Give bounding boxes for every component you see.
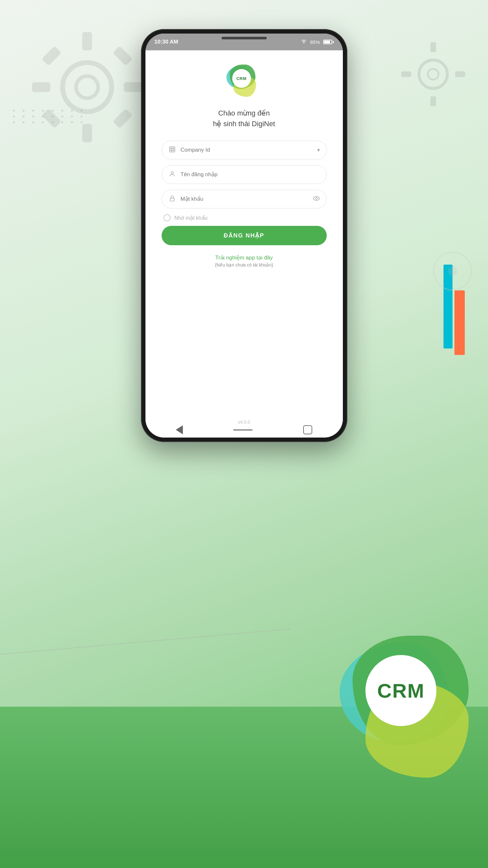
battery-icon	[323, 40, 334, 44]
remember-me-row[interactable]: Nhớ mật khẩu	[162, 214, 327, 221]
svg-rect-12	[430, 42, 436, 52]
svg-rect-5	[124, 82, 142, 92]
chevron-down-icon: ▾	[317, 147, 320, 154]
building-icon	[168, 146, 176, 155]
eye-icon[interactable]	[313, 195, 320, 204]
svg-point-23	[316, 197, 317, 199]
password-field[interactable]	[162, 190, 327, 209]
trial-sub-text: (Nếu bạn chưa có tài khoản)	[215, 262, 273, 268]
crm-logo-text: CRM	[236, 76, 247, 81]
large-crm-text: CRM	[377, 679, 424, 702]
bg-orange-bar	[454, 290, 465, 355]
lock-icon	[168, 195, 176, 204]
svg-rect-7	[112, 46, 133, 66]
remember-checkbox[interactable]	[164, 214, 171, 221]
svg-rect-15	[455, 71, 465, 77]
bg-gear-icon	[26, 26, 149, 149]
svg-rect-9	[112, 108, 133, 128]
phone-notch	[222, 37, 267, 39]
status-icons: 85%	[301, 39, 333, 45]
status-time: 10:30 AM	[155, 39, 178, 45]
bg-target-icon	[433, 252, 472, 290]
company-id-field[interactable]: ▾	[162, 141, 327, 159]
svg-rect-6	[42, 46, 62, 66]
svg-rect-4	[32, 82, 50, 92]
battery-percent: 85%	[310, 39, 320, 45]
svg-point-21	[171, 171, 173, 174]
back-button-icon[interactable]	[176, 425, 183, 434]
welcome-line2: hệ sinh thái DigiNet	[213, 118, 275, 129]
company-id-input[interactable]	[181, 147, 313, 153]
svg-point-11	[428, 69, 438, 80]
trial-section: Trải nghiệm app tại đây (Nếu bạn chưa có…	[215, 254, 273, 268]
remember-label: Nhớ mật khẩu	[174, 215, 208, 221]
recents-button-icon[interactable]	[303, 425, 312, 434]
welcome-line1: Chào mừng đến	[213, 108, 275, 118]
home-button-icon[interactable]	[233, 430, 253, 430]
username-field[interactable]	[162, 165, 327, 184]
user-icon	[168, 170, 176, 179]
crm-logo: CRM	[226, 63, 262, 99]
username-input[interactable]	[181, 171, 320, 178]
welcome-section: Chào mừng đến hệ sinh thái DigiNet	[213, 108, 275, 129]
phone-nav-bar	[151, 422, 338, 438]
login-button[interactable]: ĐĂNG NHẬP	[162, 226, 327, 245]
svg-rect-22	[170, 198, 174, 201]
bg-dots	[13, 110, 87, 123]
large-crm-logo: CRM	[339, 629, 488, 784]
svg-point-1	[76, 76, 98, 98]
svg-rect-16	[169, 147, 175, 152]
login-form: ▾	[162, 141, 327, 209]
svg-rect-13	[430, 96, 436, 106]
phone-screen: 10:30 AM 85%	[145, 34, 343, 438]
wifi-icon	[301, 39, 307, 45]
svg-rect-14	[401, 71, 411, 77]
phone-device: 10:30 AM 85%	[141, 29, 347, 442]
svg-rect-2	[82, 32, 92, 50]
svg-rect-3	[82, 124, 92, 142]
svg-point-0	[63, 63, 111, 112]
trial-link[interactable]: Trải nghiệm app tại đây	[215, 254, 273, 261]
bg-gear2-icon	[398, 39, 469, 110]
password-input[interactable]	[181, 196, 308, 202]
screen-content: CRM Chào mừng đến hệ sinh thái DigiNet	[145, 50, 343, 438]
svg-point-10	[419, 60, 447, 88]
status-bar: 10:30 AM 85%	[145, 34, 343, 50]
